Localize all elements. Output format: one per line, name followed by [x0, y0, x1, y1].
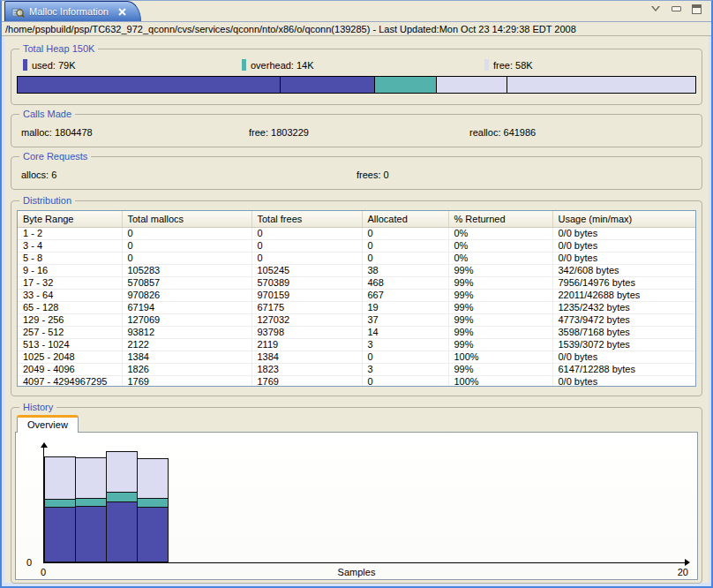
y-axis-arrow-icon [41, 442, 48, 448]
table-row[interactable]: 5 - 80000%0/0 bytes [18, 252, 695, 264]
table-cell: 1539/3072 bytes [552, 338, 695, 351]
table-row[interactable]: 513 - 102421222119399%1539/3072 bytes [18, 338, 695, 351]
table-cell: 1823 [251, 363, 362, 375]
distribution-title: Distribution [19, 195, 75, 206]
table-cell: 970826 [122, 289, 251, 301]
table-cell: 3 - 4 [18, 239, 122, 252]
distribution-group: Distribution Byte RangeTotal mallocsTota… [11, 200, 702, 396]
tab-title: Malloc Information [29, 6, 109, 17]
distribution-header-row: Byte RangeTotal mallocsTotal freesAlloca… [18, 211, 695, 227]
history-inner: Overview 0 0 Samples 20 [11, 408, 702, 580]
table-row[interactable]: 1 - 20000%0/0 bytes [18, 227, 695, 239]
x-axis-line [43, 562, 687, 563]
table-row[interactable]: 4097 - 4294967295176917690100%0/0 bytes [18, 375, 695, 387]
table-cell: 3 [362, 363, 448, 375]
tab-overview[interactable]: Overview [17, 415, 79, 433]
distribution-table-container[interactable]: Byte RangeTotal mallocsTotal freesAlloca… [17, 210, 696, 387]
table-row[interactable]: 3 - 40000%0/0 bytes [18, 239, 695, 252]
legend-used-label: used: 79K [32, 60, 76, 71]
table-row[interactable]: 17 - 3257085757038946899%7956/14976 byte… [18, 276, 695, 289]
table-cell: 99% [448, 363, 552, 375]
table-row[interactable]: 1025 - 2048138413840100%0/0 bytes [18, 351, 695, 363]
table-cell: 38 [362, 264, 448, 276]
table-cell: 129 - 256 [18, 313, 122, 326]
x-axis-label: Samples [16, 567, 697, 577]
history-group: History Overview 0 0 Samples 20 [11, 407, 702, 584]
table-cell: 99% [448, 301, 552, 313]
table-cell: 342/608 bytes [552, 264, 695, 276]
x-axis-tick-20: 20 [678, 567, 688, 577]
frees-stat: frees: 0 [356, 170, 702, 180]
col-total-frees[interactable]: Total frees [251, 211, 362, 227]
table-cell: 0/0 bytes [552, 252, 695, 264]
col-returned[interactable]: % Returned [448, 211, 552, 227]
table-row[interactable]: 9 - 161052831052453899%342/608 bytes [18, 264, 695, 276]
table-cell: 17 - 32 [18, 276, 122, 289]
history-bar-sample-1 [75, 457, 107, 562]
heap-segment-overhead-block [374, 77, 436, 93]
bar-0-free-segment [44, 456, 76, 500]
heap-segment-free-block-2 [507, 77, 695, 93]
free-stat: free: 1803229 [249, 127, 469, 138]
free-swatch-icon [484, 59, 489, 71]
table-cell: 93812 [122, 326, 251, 338]
malloc-stat: malloc: 1804478 [21, 127, 249, 138]
table-cell: 33 - 64 [18, 289, 122, 301]
bar-2-free-segment [106, 451, 138, 493]
tab-malloc-information[interactable]: Malloc Information [4, 1, 141, 21]
table-row[interactable]: 65 - 12867194671751999%1235/2432 bytes [18, 301, 695, 313]
table-cell: 2049 - 4096 [18, 363, 122, 375]
table-cell: 93798 [251, 326, 362, 338]
target-path-bar: /home/pspbuild/psp/TC632_972_qconn/cvs/s… [2, 21, 711, 36]
table-cell: 9 - 16 [18, 264, 122, 276]
table-cell: 65 - 128 [18, 301, 122, 313]
table-row[interactable]: 33 - 6497082697015966799%22011/42688 byt… [18, 289, 695, 301]
history-title: History [19, 402, 56, 412]
table-cell: 257 - 512 [18, 326, 122, 338]
table-cell: 99% [448, 313, 552, 326]
heap-usage-bar [17, 76, 696, 94]
table-cell: 0 [122, 227, 251, 239]
bar-2-used-segment [106, 501, 138, 562]
overhead-swatch-icon [242, 59, 246, 71]
table-cell: 127069 [122, 313, 251, 326]
col-byte-range[interactable]: Byte Range [18, 211, 122, 227]
view-tab-bar: Malloc Information [2, 1, 711, 21]
malloc-information-window: Malloc Information /home/pspbuild/psp/TC… [0, 0, 713, 588]
minimize-icon[interactable] [670, 4, 682, 14]
bar-1-used-segment [75, 506, 107, 562]
table-cell: 3598/7168 bytes [552, 326, 695, 338]
table-row[interactable]: 129 - 2561270691270323799%4773/9472 byte… [18, 313, 695, 326]
legend-overhead-label: overhead: 14K [251, 60, 314, 71]
col-usage-min-max[interactable]: Usage (min/max) [552, 211, 695, 227]
table-cell: 67194 [122, 301, 251, 313]
col-allocated[interactable]: Allocated [362, 211, 448, 227]
distribution-table: Byte RangeTotal mallocsTotal freesAlloca… [18, 211, 695, 387]
table-cell: 127032 [251, 313, 362, 326]
table-row[interactable]: 2049 - 409618261823399%6147/12288 bytes [18, 363, 695, 375]
history-bar-sample-2 [106, 451, 138, 562]
table-cell: 105283 [122, 264, 251, 276]
table-cell: 2119 [251, 338, 362, 351]
core-requests-group: Core Requests allocs: 6frees: 0 [11, 156, 702, 190]
heap-segment-used-block-2 [280, 77, 374, 93]
tab-close-icon[interactable] [116, 6, 128, 18]
bar-3-free-segment [137, 458, 169, 499]
table-cell: 0/0 bytes [552, 351, 695, 363]
table-cell: 1769 [122, 375, 251, 387]
used-swatch-icon [23, 59, 27, 71]
table-cell: 0 [122, 239, 251, 252]
col-total-mallocs[interactable]: Total mallocs [122, 211, 251, 227]
table-cell: 1025 - 2048 [18, 351, 122, 363]
table-cell: 0 [362, 227, 448, 239]
table-cell: 37 [362, 313, 448, 326]
bar-0-used-segment [44, 507, 76, 562]
table-row[interactable]: 257 - 51293812937981499%3598/7168 bytes [18, 326, 695, 338]
view-menu-icon[interactable] [649, 4, 662, 14]
allocs-stat: allocs: 6 [21, 170, 356, 180]
table-cell: 19 [362, 301, 448, 313]
history-bar-sample-0 [44, 456, 76, 562]
maximize-icon[interactable] [690, 4, 702, 14]
table-cell: 4773/9472 bytes [552, 313, 695, 326]
table-cell: 105245 [251, 264, 362, 276]
